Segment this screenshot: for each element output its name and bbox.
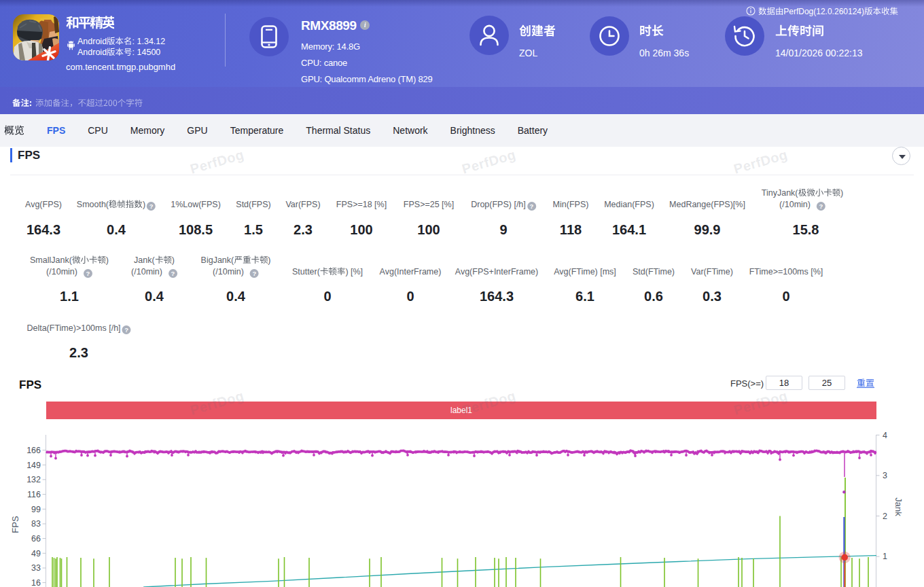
svg-text:1: 1 xyxy=(883,552,887,561)
svg-text:3: 3 xyxy=(883,471,887,480)
svg-text:2: 2 xyxy=(883,512,887,521)
svg-text:49: 49 xyxy=(31,549,41,558)
svg-text:99: 99 xyxy=(31,505,41,514)
svg-text:16: 16 xyxy=(31,578,41,587)
svg-text:66: 66 xyxy=(31,534,41,544)
svg-text:Jank: Jank xyxy=(893,497,904,516)
svg-text:FPS: FPS xyxy=(10,516,20,533)
svg-text:116: 116 xyxy=(27,490,41,499)
svg-text:83: 83 xyxy=(31,519,41,529)
svg-text:4: 4 xyxy=(883,431,887,440)
svg-text:149: 149 xyxy=(26,461,41,470)
svg-text:33: 33 xyxy=(31,563,41,573)
svg-text:132: 132 xyxy=(26,475,41,484)
svg-text:166: 166 xyxy=(26,446,41,455)
